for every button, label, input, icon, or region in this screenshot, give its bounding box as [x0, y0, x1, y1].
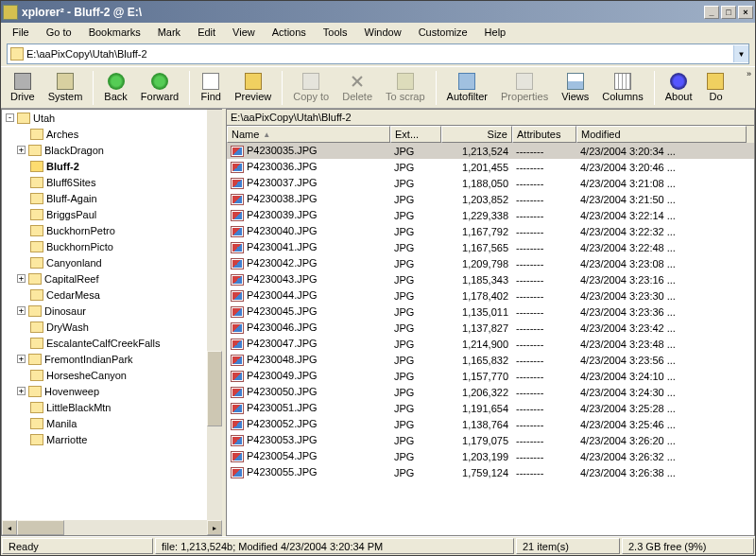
tree-scrollbar-vertical[interactable] [207, 110, 222, 520]
cell-name: P4230035.JPG [227, 145, 390, 157]
tree-node-canyonland[interactable]: Canyonland [2, 254, 222, 270]
file-row[interactable]: P4230043.JPGJPG1,185,343--------4/23/200… [227, 271, 754, 287]
toolbar-columns[interactable]: Columns [596, 71, 648, 104]
column-size[interactable]: Size [441, 126, 512, 143]
scroll-track[interactable] [64, 520, 207, 535]
file-row[interactable]: P4230047.JPGJPG1,214,900--------4/23/200… [227, 336, 754, 352]
menu-file[interactable]: File [5, 25, 37, 40]
file-row[interactable]: P4230042.JPGJPG1,209,798--------4/23/200… [227, 255, 754, 271]
tree-node-marriotte[interactable]: Marriotte [2, 431, 222, 447]
file-row[interactable]: P4230040.JPGJPG1,167,792--------4/23/200… [227, 223, 754, 239]
minimize-button[interactable]: _ [704, 6, 719, 19]
menu-goto[interactable]: Go to [39, 25, 79, 40]
file-row[interactable]: P4230039.JPGJPG1,229,338--------4/23/200… [227, 207, 754, 223]
menu-mark[interactable]: Mark [150, 25, 188, 40]
toolbar-about[interactable]: About [660, 71, 698, 104]
tree-node-drywash[interactable]: DryWash [2, 319, 222, 335]
tree-node-bluff-2[interactable]: Bluff-2 [2, 158, 222, 174]
expand-toggle[interactable]: + [17, 274, 26, 283]
file-row[interactable]: P4230037.JPGJPG1,188,050--------4/23/200… [227, 175, 754, 191]
tree-node-fremontindianpark[interactable]: +FremontIndianPark [2, 351, 222, 367]
scroll-left-button[interactable]: ◂ [2, 520, 17, 535]
file-row[interactable]: P4230051.JPGJPG1,191,654--------4/23/200… [227, 400, 754, 416]
menu-window[interactable]: Window [357, 25, 409, 40]
titlebar[interactable]: xplorer² - Bluff-2 @ E:\ _ □ × [1, 1, 755, 23]
expand-toggle[interactable]: + [17, 387, 26, 395]
tree-node-hovenweep[interactable]: +Hovenweep [2, 383, 222, 399]
file-row[interactable]: P4230044.JPGJPG1,178,402--------4/23/200… [227, 287, 754, 304]
column-modified[interactable]: Modified [576, 126, 747, 143]
cell-ext: JPG [390, 403, 441, 414]
menu-edit[interactable]: Edit [190, 25, 223, 40]
tree-node-dinosaur[interactable]: +Dinosaur [2, 303, 222, 319]
tree-node-arches[interactable]: Arches [2, 126, 222, 142]
file-row[interactable]: P4230049.JPGJPG1,157,770--------4/23/200… [227, 368, 754, 384]
toolbar-back[interactable]: Back [98, 71, 132, 104]
pane-path[interactable]: E:\aaPixCopy\Utah\Bluff-2 [226, 109, 755, 125]
file-row[interactable]: P4230052.JPGJPG1,138,764--------4/23/200… [227, 416, 754, 432]
tree-node-bluff6sites[interactable]: Bluff6Sites [2, 174, 222, 190]
menu-bookmarks[interactable]: Bookmarks [81, 25, 148, 40]
column-name[interactable]: Name▲ [227, 126, 390, 143]
menu-tools[interactable]: Tools [316, 25, 355, 40]
file-row[interactable]: P4230054.JPGJPG1,203,199--------4/23/200… [227, 448, 754, 464]
file-row[interactable]: P4230041.JPGJPG1,167,565--------4/23/200… [227, 239, 754, 255]
file-row[interactable]: P4230053.JPGJPG1,179,075--------4/23/200… [227, 432, 754, 448]
tree-node-blackdragon[interactable]: +BlackDragon [2, 142, 222, 158]
scroll-right-button[interactable]: ▸ [207, 520, 222, 535]
scroll-thumb[interactable] [207, 351, 222, 426]
file-row[interactable]: P4230035.JPGJPG1,213,524--------4/23/200… [227, 143, 754, 159]
maximize-button[interactable]: □ [721, 6, 736, 19]
menu-customize[interactable]: Customize [411, 25, 475, 40]
toolbar-forward[interactable]: Forward [135, 71, 184, 104]
tree-node-cedarmesa[interactable]: CedarMesa [2, 287, 222, 303]
address-dropdown[interactable]: ▼ [733, 45, 748, 62]
file-row[interactable]: P4230050.JPGJPG1,206,322--------4/23/200… [227, 384, 754, 400]
tree-node-bluff-again[interactable]: Bluff-Again [2, 190, 222, 206]
file-row[interactable]: P4230038.JPGJPG1,203,852--------4/23/200… [227, 191, 754, 207]
cell-name: P4230052.JPG [227, 418, 390, 430]
toolbar-preview[interactable]: Preview [229, 71, 277, 104]
toolbar-find[interactable]: Find [195, 71, 227, 104]
tree-node-briggspaul[interactable]: BriggsPaul [2, 206, 222, 222]
cell-attributes: -------- [512, 371, 576, 382]
toolbar-do[interactable]: Do [699, 71, 731, 104]
statusbar: Ready file: 1,213,524b; Modified 4/23/20… [1, 536, 755, 555]
menu-view[interactable]: View [225, 25, 263, 40]
cell-attributes: -------- [512, 242, 576, 253]
file-row[interactable]: P4230046.JPGJPG1,137,827--------4/23/200… [227, 320, 754, 336]
file-row[interactable]: P4230036.JPGJPG1,201,455--------4/23/200… [227, 159, 754, 175]
file-row[interactable]: P4230055.JPGJPG1,759,124--------4/23/200… [227, 464, 754, 480]
menu-help[interactable]: Help [477, 25, 514, 40]
tree-node-horseshecanyon[interactable]: HorsesheCanyon [2, 367, 222, 383]
toolbar-drive[interactable]: Drive [5, 71, 41, 104]
tree-scrollbar-horizontal[interactable]: ◂ ▸ [2, 520, 222, 535]
column-ext[interactable]: Ext... [390, 126, 441, 143]
scroll-thumb[interactable] [17, 520, 64, 535]
file-list-body[interactable]: P4230035.JPGJPG1,213,524--------4/23/200… [227, 143, 754, 535]
toolbar-views[interactable]: Views [556, 71, 594, 104]
tree-node-escalantecalfcreekfalls[interactable]: EscalanteCalfCreekFalls [2, 335, 222, 351]
toolbar-system[interactable]: System [43, 71, 89, 104]
tree-node-buckhornpicto[interactable]: BuckhornPicto [2, 238, 222, 254]
close-button[interactable]: × [738, 6, 753, 19]
toolbar-autofilter[interactable]: Autofilter [441, 71, 493, 104]
expand-toggle[interactable]: + [17, 355, 26, 363]
expand-toggle[interactable]: + [17, 146, 26, 154]
toolbar-overflow[interactable]: » [747, 69, 751, 78]
file-row[interactable]: P4230048.JPGJPG1,165,832--------4/23/200… [227, 352, 754, 368]
address-bar[interactable]: E:\aaPixCopy\Utah\Bluff-2 ▼ [7, 43, 749, 64]
menu-actions[interactable]: Actions [265, 25, 314, 40]
tree-node-capitalreef[interactable]: +CapitalReef [2, 270, 222, 287]
tree-node-buckhornpetro[interactable]: BuckhornPetro [2, 222, 222, 238]
tree-node-manila[interactable]: Manila [2, 415, 222, 431]
find-icon [202, 73, 219, 90]
tree-node-littleblackmtn[interactable]: LittleBlackMtn [2, 399, 222, 415]
expand-toggle[interactable]: - [6, 113, 14, 122]
expand-toggle[interactable]: + [17, 306, 26, 315]
tree-node-utah[interactable]: -Utah [2, 110, 222, 126]
cell-size: 1,185,343 [441, 274, 512, 286]
column-attributes[interactable]: Attributes [512, 126, 576, 143]
file-row[interactable]: P4230045.JPGJPG1,135,011--------4/23/200… [227, 304, 754, 320]
tree-body[interactable]: -Utah Arches+BlackDragonBluff-2Bluff6Sit… [2, 110, 222, 535]
